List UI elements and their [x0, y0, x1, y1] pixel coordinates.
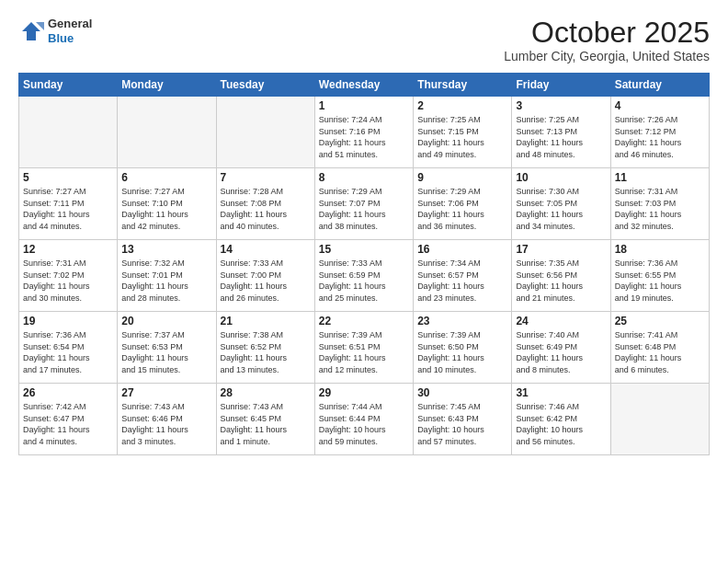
day-number: 5: [23, 171, 113, 184]
day-info: Sunrise: 7:35 AM Sunset: 6:56 PM Dayligh…: [516, 258, 606, 304]
day-info: Sunrise: 7:31 AM Sunset: 7:03 PM Dayligh…: [615, 186, 705, 232]
day-info: Sunrise: 7:46 AM Sunset: 6:42 PM Dayligh…: [516, 401, 606, 447]
day-info: Sunrise: 7:42 AM Sunset: 6:47 PM Dayligh…: [23, 401, 113, 447]
day-info: Sunrise: 7:39 AM Sunset: 6:51 PM Dayligh…: [319, 329, 409, 375]
location: Lumber City, Georgia, United States: [504, 49, 710, 63]
calendar-header-row: Sunday Monday Tuesday Wednesday Thursday…: [19, 74, 710, 97]
day-number: 4: [615, 99, 705, 112]
table-row: 12Sunrise: 7:31 AM Sunset: 7:02 PM Dayli…: [19, 240, 118, 312]
day-number: 11: [615, 171, 705, 184]
calendar-week-row: 5Sunrise: 7:27 AM Sunset: 7:11 PM Daylig…: [19, 168, 710, 240]
logo-general: General: [48, 17, 92, 31]
day-info: Sunrise: 7:26 AM Sunset: 7:12 PM Dayligh…: [615, 114, 705, 160]
day-number: 13: [121, 243, 211, 256]
table-row: 17Sunrise: 7:35 AM Sunset: 6:56 PM Dayli…: [512, 240, 610, 312]
table-row: [216, 97, 314, 168]
header: General Blue October 2025 Lumber City, G…: [18, 17, 710, 63]
table-row: 2Sunrise: 7:25 AM Sunset: 7:15 PM Daylig…: [414, 97, 512, 168]
table-row: 15Sunrise: 7:33 AM Sunset: 6:59 PM Dayli…: [314, 240, 413, 312]
day-info: Sunrise: 7:25 AM Sunset: 7:15 PM Dayligh…: [417, 114, 507, 160]
day-number: 14: [221, 243, 311, 256]
col-wednesday: Wednesday: [314, 74, 413, 97]
logo-blue: Blue: [48, 31, 92, 46]
table-row: 28Sunrise: 7:43 AM Sunset: 6:45 PM Dayli…: [216, 384, 314, 455]
day-number: 3: [516, 99, 606, 112]
day-info: Sunrise: 7:43 AM Sunset: 6:46 PM Dayligh…: [121, 401, 211, 447]
logo: General Blue: [18, 17, 92, 45]
table-row: 16Sunrise: 7:34 AM Sunset: 6:57 PM Dayli…: [414, 240, 512, 312]
day-number: 31: [516, 386, 606, 399]
day-info: Sunrise: 7:30 AM Sunset: 7:05 PM Dayligh…: [516, 186, 606, 232]
day-number: 20: [121, 315, 211, 327]
day-info: Sunrise: 7:31 AM Sunset: 7:02 PM Dayligh…: [23, 258, 113, 304]
table-row: [610, 384, 709, 455]
table-row: 14Sunrise: 7:33 AM Sunset: 7:00 PM Dayli…: [216, 240, 314, 312]
day-info: Sunrise: 7:41 AM Sunset: 6:48 PM Dayligh…: [615, 329, 705, 375]
day-info: Sunrise: 7:29 AM Sunset: 7:06 PM Dayligh…: [417, 186, 507, 232]
day-number: 23: [417, 315, 507, 327]
table-row: 23Sunrise: 7:39 AM Sunset: 6:50 PM Dayli…: [414, 312, 512, 384]
table-row: 9Sunrise: 7:29 AM Sunset: 7:06 PM Daylig…: [414, 168, 512, 240]
day-info: Sunrise: 7:34 AM Sunset: 6:57 PM Dayligh…: [417, 258, 507, 304]
table-row: 30Sunrise: 7:45 AM Sunset: 6:43 PM Dayli…: [414, 384, 512, 455]
col-friday: Friday: [512, 74, 610, 97]
table-row: 20Sunrise: 7:37 AM Sunset: 6:53 PM Dayli…: [118, 312, 216, 384]
table-row: 31Sunrise: 7:46 AM Sunset: 6:42 PM Dayli…: [512, 384, 610, 455]
table-row: 25Sunrise: 7:41 AM Sunset: 6:48 PM Dayli…: [610, 312, 709, 384]
day-info: Sunrise: 7:37 AM Sunset: 6:53 PM Dayligh…: [121, 329, 211, 375]
day-number: 8: [319, 171, 409, 184]
table-row: 3Sunrise: 7:25 AM Sunset: 7:13 PM Daylig…: [512, 97, 610, 168]
day-number: 24: [516, 315, 606, 327]
title-block: October 2025 Lumber City, Georgia, Unite…: [504, 17, 710, 63]
table-row: 27Sunrise: 7:43 AM Sunset: 6:46 PM Dayli…: [118, 384, 216, 455]
day-info: Sunrise: 7:29 AM Sunset: 7:07 PM Dayligh…: [319, 186, 409, 232]
table-row: 5Sunrise: 7:27 AM Sunset: 7:11 PM Daylig…: [19, 168, 118, 240]
table-row: 10Sunrise: 7:30 AM Sunset: 7:05 PM Dayli…: [512, 168, 610, 240]
day-info: Sunrise: 7:43 AM Sunset: 6:45 PM Dayligh…: [221, 401, 311, 447]
day-info: Sunrise: 7:24 AM Sunset: 7:16 PM Dayligh…: [319, 114, 409, 160]
calendar-week-row: 12Sunrise: 7:31 AM Sunset: 7:02 PM Dayli…: [19, 240, 710, 312]
day-info: Sunrise: 7:33 AM Sunset: 6:59 PM Dayligh…: [319, 258, 409, 304]
day-number: 25: [615, 315, 705, 327]
col-saturday: Saturday: [610, 74, 709, 97]
col-sunday: Sunday: [19, 74, 118, 97]
day-number: 2: [417, 99, 507, 112]
logo-text: General Blue: [48, 17, 92, 45]
day-number: 19: [23, 315, 113, 327]
table-row: 13Sunrise: 7:32 AM Sunset: 7:01 PM Dayli…: [118, 240, 216, 312]
table-row: 4Sunrise: 7:26 AM Sunset: 7:12 PM Daylig…: [610, 97, 709, 168]
day-number: 30: [417, 386, 507, 399]
day-info: Sunrise: 7:39 AM Sunset: 6:50 PM Dayligh…: [417, 329, 507, 375]
table-row: 24Sunrise: 7:40 AM Sunset: 6:49 PM Dayli…: [512, 312, 610, 384]
calendar-week-row: 19Sunrise: 7:36 AM Sunset: 6:54 PM Dayli…: [19, 312, 710, 384]
day-number: 7: [221, 171, 311, 184]
day-number: 22: [319, 315, 409, 327]
day-info: Sunrise: 7:45 AM Sunset: 6:43 PM Dayligh…: [417, 401, 507, 447]
day-number: 27: [121, 386, 211, 399]
day-info: Sunrise: 7:33 AM Sunset: 7:00 PM Dayligh…: [221, 258, 311, 304]
table-row: 8Sunrise: 7:29 AM Sunset: 7:07 PM Daylig…: [314, 168, 413, 240]
table-row: 6Sunrise: 7:27 AM Sunset: 7:10 PM Daylig…: [118, 168, 216, 240]
day-number: 16: [417, 243, 507, 256]
calendar-week-row: 26Sunrise: 7:42 AM Sunset: 6:47 PM Dayli…: [19, 384, 710, 455]
table-row: 18Sunrise: 7:36 AM Sunset: 6:55 PM Dayli…: [610, 240, 709, 312]
table-row: 22Sunrise: 7:39 AM Sunset: 6:51 PM Dayli…: [314, 312, 413, 384]
table-row: 7Sunrise: 7:28 AM Sunset: 7:08 PM Daylig…: [216, 168, 314, 240]
day-number: 21: [221, 315, 311, 327]
logo-icon: [18, 18, 44, 44]
day-number: 26: [23, 386, 113, 399]
table-row: 21Sunrise: 7:38 AM Sunset: 6:52 PM Dayli…: [216, 312, 314, 384]
day-number: 17: [516, 243, 606, 256]
day-number: 28: [221, 386, 311, 399]
day-number: 15: [319, 243, 409, 256]
day-info: Sunrise: 7:25 AM Sunset: 7:13 PM Dayligh…: [516, 114, 606, 160]
col-thursday: Thursday: [414, 74, 512, 97]
table-row: 19Sunrise: 7:36 AM Sunset: 6:54 PM Dayli…: [19, 312, 118, 384]
day-info: Sunrise: 7:38 AM Sunset: 6:52 PM Dayligh…: [221, 329, 311, 375]
day-info: Sunrise: 7:27 AM Sunset: 7:11 PM Dayligh…: [23, 186, 113, 232]
day-info: Sunrise: 7:28 AM Sunset: 7:08 PM Dayligh…: [221, 186, 311, 232]
day-number: 6: [121, 171, 211, 184]
table-row: 1Sunrise: 7:24 AM Sunset: 7:16 PM Daylig…: [314, 97, 413, 168]
day-info: Sunrise: 7:44 AM Sunset: 6:44 PM Dayligh…: [319, 401, 409, 447]
day-number: 1: [319, 99, 409, 112]
